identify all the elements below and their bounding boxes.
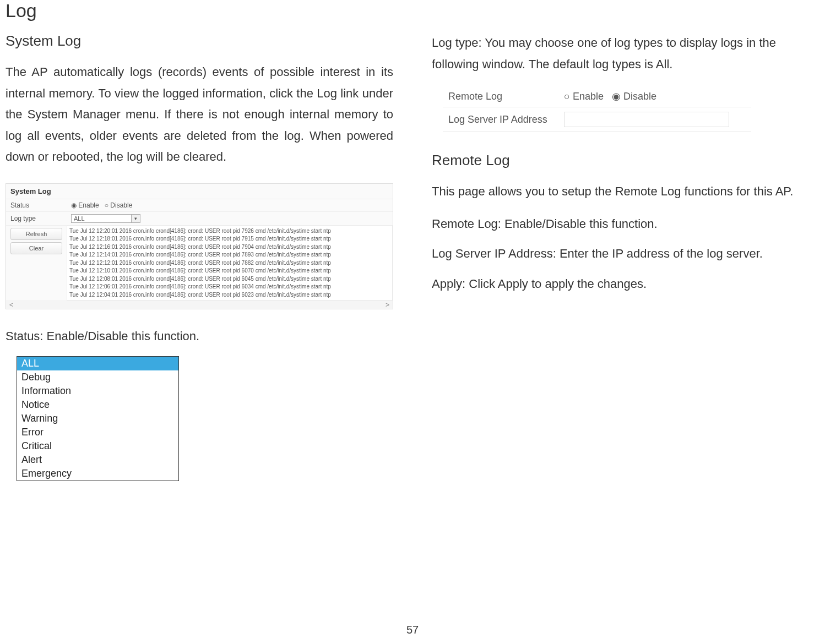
remote-disable-radio[interactable]: ◉ Disable: [612, 91, 656, 102]
remote-enable-radio[interactable]: ○ Enable: [564, 91, 604, 102]
logtype-option-alert[interactable]: Alert: [17, 453, 178, 467]
logtype-select[interactable]: ALL: [71, 214, 132, 223]
logtype-option-information[interactable]: Information: [17, 384, 178, 398]
log-entry: Tue Jul 12 12:18:01 2016 cron.info crond…: [69, 235, 390, 243]
logtype-option-warning[interactable]: Warning: [17, 412, 178, 425]
logtype-prefix: Log type: [432, 36, 478, 50]
logtype-description: Log type: You may choose one of log type…: [432, 32, 819, 75]
status-disable-label: Disable: [110, 201, 132, 209]
log-entry: Tue Jul 12 12:14:01 2016 cron.info crond…: [69, 251, 390, 259]
left-column: System Log The AP automatically logs (re…: [6, 32, 393, 481]
apply-text: Apply: Click Apply to apply the changes.: [432, 274, 819, 295]
status-disable-radio[interactable]: ○ Disable: [105, 201, 133, 209]
system-log-panel-title: System Log: [6, 184, 393, 199]
logtype-dropdown-list[interactable]: ALL Debug Information Notice Warning Err…: [17, 356, 179, 481]
remote-log-row-label: Remote Log: [443, 86, 558, 107]
system-log-panel: System Log Status ◉ Enable ○ Disable Log…: [6, 183, 393, 310]
status-enable-label: Enable: [78, 201, 99, 209]
status-enable-radio[interactable]: ◉ Enable: [71, 201, 99, 209]
remote-log-heading: Remote Log: [432, 152, 819, 169]
logtype-option-error[interactable]: Error: [17, 425, 178, 439]
page-title: Log: [6, 0, 819, 21]
logtype-option-all[interactable]: ALL: [17, 357, 178, 370]
log-entries: Tue Jul 12 12:20:01 2016 cron.info crond…: [67, 226, 393, 301]
scroll-left-icon[interactable]: <: [9, 301, 13, 309]
remote-disable-label: Disable: [623, 91, 656, 102]
log-entry: Tue Jul 12 12:08:01 2016 cron.info crond…: [69, 275, 390, 283]
status-radio-group: ◉ Enable ○ Disable: [71, 201, 132, 209]
log-server-ip-input[interactable]: [564, 112, 729, 127]
right-column: Log type: You may choose one of log type…: [432, 32, 819, 481]
logtype-rest: : You may choose one of log types to dis…: [432, 36, 776, 71]
status-label: Status: [10, 201, 71, 209]
system-log-heading: System Log: [6, 32, 393, 50]
logtype-label: Log type: [10, 215, 71, 222]
scroll-right-icon[interactable]: >: [386, 301, 389, 309]
status-description: Status: Enable/Disable this function.: [6, 326, 393, 347]
log-entry: Tue Jul 12 12:10:01 2016 cron.info crond…: [69, 267, 390, 275]
refresh-button[interactable]: Refresh: [10, 228, 62, 240]
remote-enable-label: Enable: [573, 91, 604, 102]
remote-log-intro: This page allows you to setup the Remote…: [432, 181, 819, 203]
chevron-down-icon[interactable]: ▾: [132, 214, 140, 223]
logtype-option-debug[interactable]: Debug: [17, 370, 178, 384]
remote-log-table: Remote Log ○ Enable ◉ Disable Log Server…: [443, 86, 751, 132]
logtype-option-emergency[interactable]: Emergency: [17, 467, 178, 481]
system-log-intro: The AP automatically logs (records) even…: [6, 62, 393, 168]
log-server-ip-label: Log Server IP Address: [443, 107, 558, 132]
log-entry: Tue Jul 12 12:20:01 2016 cron.info crond…: [69, 227, 390, 236]
log-entry: Tue Jul 12 12:04:01 2016 cron.info crond…: [69, 291, 390, 299]
log-entry: Tue Jul 12 12:12:01 2016 cron.info crond…: [69, 259, 390, 268]
remote-log-ip-text: Log Server IP Address: Enter the IP addr…: [432, 243, 819, 265]
logtype-option-notice[interactable]: Notice: [17, 398, 178, 412]
scrollbar[interactable]: <>: [6, 301, 393, 309]
logtype-option-critical[interactable]: Critical: [17, 439, 178, 453]
page-number: 57: [406, 624, 419, 636]
log-entry: Tue Jul 12 12:06:01 2016 cron.info crond…: [69, 283, 390, 291]
clear-button[interactable]: Clear: [10, 242, 62, 254]
log-entry: Tue Jul 12 12:16:01 2016 cron.info crond…: [69, 243, 390, 252]
remote-log-enable-text: Remote Log: Enable/Disable this function…: [432, 214, 819, 235]
